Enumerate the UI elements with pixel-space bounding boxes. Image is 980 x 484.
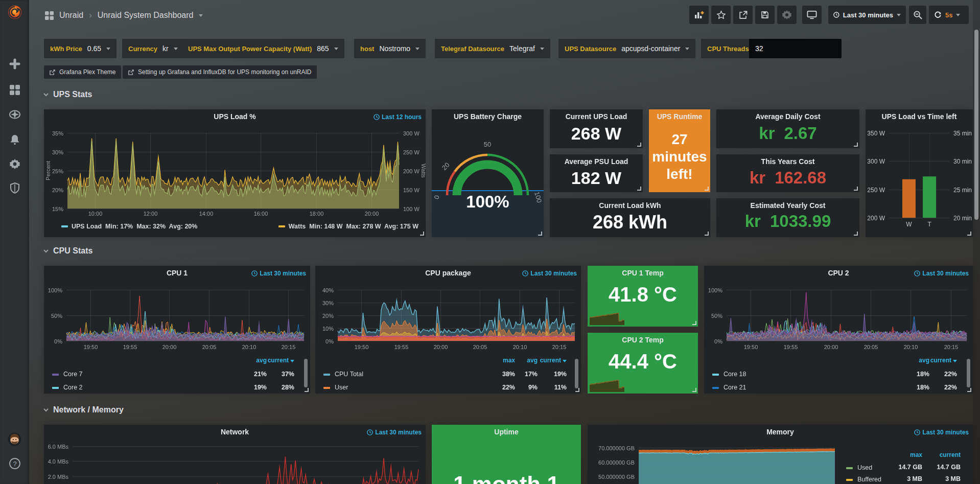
variable-value[interactable]: 0.65 xyxy=(87,44,101,53)
panel-resize-handle[interactable] xyxy=(967,232,971,236)
variable-telegraf-datasource[interactable]: Telegraf Datasource Telegraf xyxy=(435,39,550,58)
variable-value[interactable]: kr xyxy=(162,44,169,53)
variable-value[interactable]: Nostromo xyxy=(379,44,410,53)
dashboard-link-plex-theme[interactable]: Grafana Plex Theme xyxy=(44,65,121,79)
panel-time-range[interactable]: Last 30 minutes xyxy=(251,270,306,277)
ups-load-graph[interactable] xyxy=(44,109,426,237)
page-scrollbar-thumb[interactable] xyxy=(974,30,978,220)
legend-col-avg[interactable]: avg xyxy=(256,357,267,364)
panel-time-range[interactable]: Last 30 minutes xyxy=(914,270,969,277)
share-button[interactable] xyxy=(733,6,753,24)
panel-title[interactable]: This Years Cost xyxy=(735,157,841,166)
panel-time-range[interactable]: Last 30 minutes xyxy=(367,429,422,436)
panel-resize-handle[interactable] xyxy=(538,232,542,236)
legend-col-max[interactable]: max xyxy=(503,357,515,364)
legend-col-current[interactable]: current xyxy=(930,357,957,364)
legend-series[interactable]: Core 7 xyxy=(63,371,83,378)
save-button[interactable] xyxy=(755,6,775,24)
cpu-threads-input[interactable] xyxy=(749,39,842,58)
grafana-logo-icon[interactable] xyxy=(0,3,29,21)
legend-series[interactable]: Used xyxy=(857,464,872,471)
panel-title[interactable]: Average PSU Load xyxy=(554,157,639,166)
legend-series[interactable]: CPU Total xyxy=(335,371,363,378)
panel-time-range[interactable]: Last 12 hours xyxy=(374,113,422,121)
panel-resize-handle[interactable] xyxy=(705,187,709,191)
panel-title[interactable]: Estimated Yearly Cost xyxy=(735,201,841,210)
sidebar-item-explore[interactable] xyxy=(0,109,29,120)
tv-mode-button[interactable] xyxy=(802,6,822,24)
section-network-memory[interactable]: Network / Memory xyxy=(43,405,124,414)
variable-currency[interactable]: Currency kr xyxy=(122,39,184,58)
settings-button[interactable] xyxy=(777,6,797,24)
section-cpu-stats[interactable]: CPU Stats xyxy=(43,246,92,256)
legend-series[interactable]: Core 2 xyxy=(63,384,83,391)
variable-ups-datasource[interactable]: UPS Datasource apcupsd-container xyxy=(558,39,695,58)
legend-series[interactable]: Core 21 xyxy=(724,384,746,391)
time-range-picker[interactable]: Last 30 minutes xyxy=(828,6,906,24)
dashboard-title-caret-icon[interactable] xyxy=(199,14,203,17)
user-avatar[interactable] xyxy=(0,432,29,446)
dashboard-link-ups-guide[interactable]: Setting up Grafana and InfluxDB for UPS … xyxy=(123,65,317,79)
panel-resize-handle[interactable] xyxy=(637,187,641,191)
legend-series[interactable]: UPS Load xyxy=(72,223,102,230)
panel-title[interactable]: CPU 2 Temp xyxy=(606,336,680,344)
panel-title[interactable]: Average Daily Cost xyxy=(735,112,841,121)
battery-gauge[interactable]: 02050100 xyxy=(432,109,544,237)
sidebar-item-create[interactable] xyxy=(0,58,29,70)
sidebar-item-dashboards[interactable] xyxy=(0,84,29,96)
variable-kwh-price[interactable]: kWh Price 0.65 xyxy=(44,39,116,58)
panel-title[interactable]: Uptime xyxy=(450,428,563,436)
help-icon[interactable]: ? xyxy=(0,457,29,470)
sidebar-item-alerting[interactable] xyxy=(0,134,29,145)
legend-scrollbar[interactable] xyxy=(304,359,308,387)
legend-series[interactable]: User xyxy=(335,384,348,391)
legend-col-avg[interactable]: avg xyxy=(527,357,538,364)
panel-resize-handle[interactable] xyxy=(705,232,709,236)
panel-resize-handle[interactable] xyxy=(692,388,696,392)
panel-time-range[interactable]: Last 30 minutes xyxy=(914,429,969,436)
legend-col-current[interactable]: current xyxy=(940,451,961,458)
variable-host[interactable]: host Nostromo xyxy=(354,39,426,58)
star-button[interactable] xyxy=(711,6,731,24)
legend-scrollbar[interactable] xyxy=(967,359,970,387)
panel-title[interactable]: Network xyxy=(62,428,407,436)
legend-series[interactable]: Buffered xyxy=(857,476,881,483)
panel-resize-handle[interactable] xyxy=(854,143,858,147)
legend-scrollbar[interactable] xyxy=(575,359,578,388)
sidebar-item-configuration[interactable] xyxy=(0,158,29,170)
legend-col-avg[interactable]: avg xyxy=(919,357,929,364)
legend-series[interactable]: Watts xyxy=(289,223,306,230)
variable-value[interactable]: apcupsd-container xyxy=(621,44,680,53)
panel-title[interactable]: UPS Runtime xyxy=(651,112,708,121)
panel-title[interactable]: UPS Load % xyxy=(62,112,407,121)
variable-ups-max-output[interactable]: UPS Max Output Power Capacity (Watt) 865 xyxy=(182,39,344,58)
sidebar-item-server-admin[interactable] xyxy=(0,182,29,194)
panel-time-range[interactable]: Last 30 minutes xyxy=(522,270,577,277)
panel-resize-handle[interactable] xyxy=(692,321,696,325)
load-vs-time-bar-chart[interactable] xyxy=(866,109,973,237)
refresh-picker[interactable]: 5s xyxy=(929,6,969,24)
panel-resize-handle[interactable] xyxy=(305,388,309,392)
panel-title[interactable]: CPU 1 Temp xyxy=(606,269,680,277)
panel-title[interactable]: UPS Load vs Time left xyxy=(869,112,970,121)
panel-title[interactable]: Current UPS Load xyxy=(554,112,639,121)
legend-col-current[interactable]: current xyxy=(540,357,567,364)
panel-resize-handle[interactable] xyxy=(967,388,971,392)
breadcrumb-root[interactable]: Unraid xyxy=(59,11,83,20)
section-ups-stats[interactable]: UPS Stats xyxy=(43,90,92,99)
panel-title[interactable]: Current Load kWh xyxy=(568,201,692,210)
panel-resize-handle[interactable] xyxy=(854,232,858,236)
zoom-out-button[interactable] xyxy=(909,6,926,24)
panel-resize-handle[interactable] xyxy=(420,232,424,236)
legend-col-current[interactable]: current xyxy=(268,357,294,364)
panel-title[interactable]: Memory xyxy=(606,428,954,436)
variable-value[interactable]: 865 xyxy=(317,44,329,53)
variable-value[interactable]: Telegraf xyxy=(509,44,535,53)
legend-series[interactable]: Core 18 xyxy=(724,371,746,378)
panel-resize-handle[interactable] xyxy=(575,388,579,392)
panel-resize-handle[interactable] xyxy=(854,187,858,191)
add-panel-button[interactable] xyxy=(689,6,709,24)
dashboard-title[interactable]: Unraid System Dashboard xyxy=(98,11,194,20)
panel-resize-handle[interactable] xyxy=(637,143,641,147)
panel-title[interactable]: UPS Battery Charge xyxy=(450,112,525,121)
